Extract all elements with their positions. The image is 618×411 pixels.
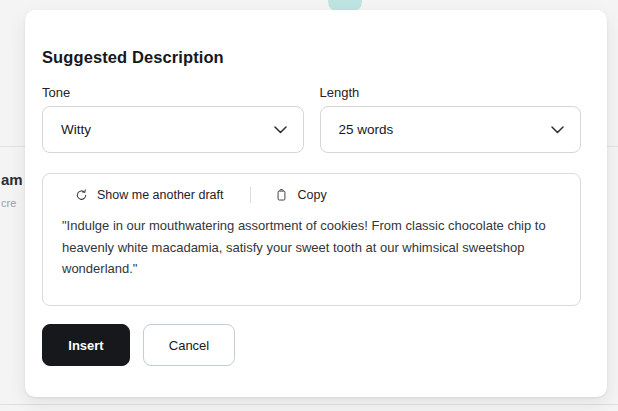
length-selected-value: 25 words <box>339 122 394 137</box>
length-select[interactable]: 25 words <box>320 106 582 153</box>
background-subtext-fragment: cre <box>1 197 16 209</box>
draft-preview-box: Show me another draft Copy "Indulge in o… <box>42 173 581 306</box>
copy-icon <box>275 188 288 202</box>
copy-label: Copy <box>297 188 326 202</box>
tone-selected-value: Witty <box>61 122 91 137</box>
cancel-button[interactable]: Cancel <box>143 324 235 366</box>
background-bottom-divider <box>0 404 618 405</box>
suggested-description-text: "Indulge in our mouthwatering assortment… <box>62 215 562 280</box>
draft-toolbar: Show me another draft Copy <box>75 186 562 204</box>
insert-button[interactable]: Insert <box>42 324 130 366</box>
length-label: Length <box>320 85 582 100</box>
dialog-title: Suggested Description <box>42 48 581 67</box>
options-row: Tone Witty Length 25 words <box>42 85 581 153</box>
chevron-down-icon <box>274 126 287 134</box>
tone-select[interactable]: Witty <box>42 106 304 153</box>
chevron-down-icon <box>551 126 564 134</box>
toolbar-divider <box>250 187 251 203</box>
copy-button[interactable]: Copy <box>275 188 326 202</box>
tone-label: Tone <box>42 85 304 100</box>
dialog-actions: Insert Cancel <box>42 324 581 366</box>
length-field: Length 25 words <box>320 85 582 153</box>
regenerate-draft-label: Show me another draft <box>97 188 223 202</box>
regenerate-draft-button[interactable]: Show me another draft <box>75 188 223 202</box>
tone-field: Tone Witty <box>42 85 304 153</box>
background-text-fragment: am <box>1 171 23 188</box>
refresh-icon <box>75 188 88 202</box>
suggested-description-dialog: Suggested Description Tone Witty Length … <box>25 10 607 397</box>
